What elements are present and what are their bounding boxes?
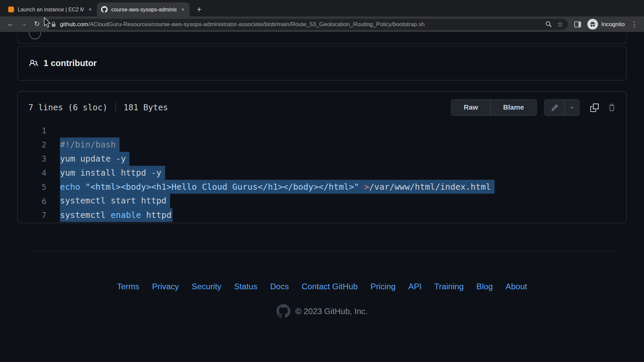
side-panel-icon[interactable] xyxy=(574,20,582,28)
raw-blame-group: Raw Blame xyxy=(451,99,537,116)
github-page: 1 contributor 7 lines (6 sloc) 181 Bytes… xyxy=(0,32,644,362)
code-line: 7systemctl enable httpd xyxy=(18,208,627,222)
code-line: 5echo "<html><body><h1>Hello Cloud Gurus… xyxy=(18,180,627,194)
code-lines: 12#!/bin/bash3yum update -y4yum install … xyxy=(18,124,627,223)
code-line: 2#!/bin/bash xyxy=(18,138,627,152)
delete-button[interactable] xyxy=(608,104,615,111)
footer-link[interactable]: Training xyxy=(434,282,464,291)
footer-links: TermsPrivacySecurityStatusDocsContact Gi… xyxy=(0,282,644,291)
raw-button[interactable]: Raw xyxy=(451,100,490,116)
tab-title: Launch an instance | EC2 Man xyxy=(18,6,84,12)
code-text[interactable]: systemctl start httpd xyxy=(46,194,170,208)
code-text[interactable]: yum install httpd -y xyxy=(46,166,165,180)
footer-link[interactable]: API xyxy=(408,282,421,291)
aws-favicon-icon xyxy=(8,7,14,12)
github-favicon-icon xyxy=(101,6,108,13)
github-logo-icon[interactable] xyxy=(276,304,290,318)
commit-box-partial xyxy=(17,32,627,44)
code-text[interactable]: echo "<html><body><h1>Hello Cloud Gurus<… xyxy=(46,180,494,194)
contributors-label[interactable]: 1 contributor xyxy=(44,58,97,68)
forward-button[interactable]: → xyxy=(18,18,30,31)
line-number[interactable]: 7 xyxy=(18,210,47,220)
tab-strip: Launch an instance | EC2 Man ✕ course-aw… xyxy=(0,0,644,16)
line-number[interactable]: 5 xyxy=(18,182,47,191)
file-header: 7 lines (6 sloc) 181 Bytes Raw Blame xyxy=(18,92,627,124)
line-number[interactable]: 1 xyxy=(18,126,47,135)
url-text: github.com/ACloudGuru-Resources/course-a… xyxy=(60,21,541,27)
reload-button[interactable]: ↻ xyxy=(31,18,43,31)
screen: Launch an instance | EC2 Man ✕ course-aw… xyxy=(0,0,644,362)
code-text[interactable] xyxy=(46,126,60,135)
footer-divider xyxy=(29,251,615,251)
edit-dropdown-button[interactable] xyxy=(564,100,579,116)
address-bar[interactable]: github.com/ACloudGuru-Resources/course-a… xyxy=(46,19,568,30)
bookmark-star-icon[interactable]: ☆ xyxy=(557,21,563,28)
footer-link[interactable]: Pricing xyxy=(371,282,396,291)
tab-close-icon[interactable]: ✕ xyxy=(180,7,185,12)
code-line: 6systemctl start httpd xyxy=(18,194,627,208)
copy-button[interactable] xyxy=(590,103,599,112)
url-path: /ACloudGuru-Resources/course-aws-sysops-… xyxy=(88,21,425,27)
edit-button-group xyxy=(544,99,579,116)
tab-ec2-console[interactable]: Launch an instance | EC2 Man ✕ xyxy=(4,2,97,16)
footer-link[interactable]: Contact GitHub xyxy=(302,282,358,291)
incognito-badge[interactable]: Incognito xyxy=(587,19,625,29)
zoom-indicator-icon[interactable] xyxy=(545,21,552,27)
line-number[interactable]: 3 xyxy=(18,154,47,163)
file-lines-info: 7 lines (6 sloc) xyxy=(28,103,107,112)
code-line: 1 xyxy=(18,124,627,138)
browser-window: Launch an instance | EC2 Man ✕ course-aw… xyxy=(0,0,644,362)
contributors-box: 1 contributor xyxy=(17,46,627,80)
file-size-info: 181 Bytes xyxy=(123,103,168,112)
file-box: 7 lines (6 sloc) 181 Bytes Raw Blame xyxy=(17,91,627,223)
tab-title: course-aws-sysops-administr xyxy=(111,6,176,12)
browser-menu-icon[interactable]: ⋮ xyxy=(631,20,638,28)
browser-toolbar: ← → ↻ github.com/ACloudGuru-Resources/co… xyxy=(0,16,644,32)
back-button[interactable]: ← xyxy=(4,18,17,31)
new-tab-button[interactable]: + xyxy=(194,4,205,14)
footer-link[interactable]: Terms xyxy=(117,282,140,291)
code-text[interactable]: yum update -y xyxy=(46,152,129,166)
mouse-cursor xyxy=(44,17,53,28)
footer-link[interactable]: Security xyxy=(192,282,221,291)
tab-close-icon[interactable]: ✕ xyxy=(88,7,93,12)
meta-divider xyxy=(115,102,116,113)
url-host: github.com xyxy=(60,21,88,27)
blame-button[interactable]: Blame xyxy=(490,100,536,116)
incognito-icon xyxy=(587,19,598,29)
line-number[interactable]: 6 xyxy=(18,196,47,205)
page-footer: TermsPrivacySecurityStatusDocsContact Gi… xyxy=(0,251,644,318)
line-number[interactable]: 4 xyxy=(18,168,47,177)
footer-link[interactable]: Privacy xyxy=(152,282,179,291)
code-text[interactable]: systemctl enable httpd xyxy=(46,208,172,222)
code-line: 3yum update -y xyxy=(18,152,627,166)
copyright: © 2023 GitHub, Inc. xyxy=(295,306,367,316)
edit-pencil-button[interactable] xyxy=(545,100,565,116)
people-icon xyxy=(29,59,38,68)
line-number[interactable]: 2 xyxy=(18,140,47,149)
incognito-label: Incognito xyxy=(601,21,625,27)
footer-link[interactable]: Blog xyxy=(476,282,493,291)
avatar xyxy=(29,32,41,40)
footer-link[interactable]: About xyxy=(505,282,527,291)
code-line: 4yum install httpd -y xyxy=(18,166,627,180)
footer-link[interactable]: Status xyxy=(234,282,257,291)
code-text[interactable]: #!/bin/bash xyxy=(46,138,119,152)
footer-brand: © 2023 GitHub, Inc. xyxy=(0,304,644,318)
footer-link[interactable]: Docs xyxy=(270,282,289,291)
tab-github-repo[interactable]: course-aws-sysops-administr ✕ xyxy=(97,2,190,16)
